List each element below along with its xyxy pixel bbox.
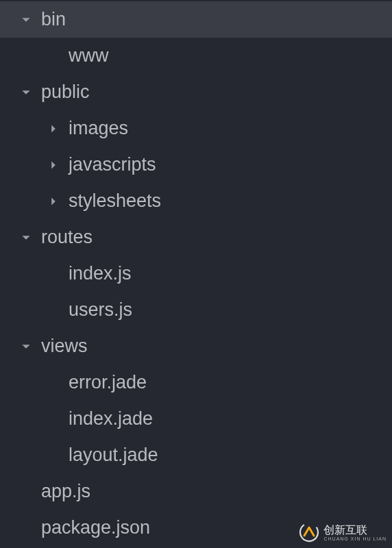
- tree-item-label: app.js: [41, 481, 90, 502]
- tree-item-users-js[interactable]: users.js: [0, 292, 392, 328]
- svg-point-0: [299, 522, 319, 543]
- file-tree: binwwwpublicimagesjavascriptsstylesheets…: [0, 0, 392, 546]
- tree-item-javascripts[interactable]: javascripts: [0, 147, 392, 183]
- tree-item-label: images: [69, 118, 128, 139]
- tree-item-label: public: [41, 82, 90, 103]
- tree-item-bin[interactable]: bin: [0, 1, 392, 38]
- watermark-text: 创新互联: [323, 524, 367, 536]
- tree-item-app-js[interactable]: app.js: [0, 473, 392, 510]
- tree-item-label: bin: [41, 9, 66, 30]
- tree-item-images[interactable]: images: [0, 110, 392, 147]
- watermark: 创新互联 CHUANG XIN HU LIAN: [299, 522, 387, 543]
- tree-item-label: javascripts: [69, 154, 156, 175]
- watermark-logo-icon: [299, 522, 319, 543]
- chevron-right-icon[interactable]: [47, 197, 60, 206]
- tree-item-stylesheets[interactable]: stylesheets: [0, 183, 392, 219]
- tree-item-label: index.js: [69, 263, 132, 284]
- tree-item-error-jade[interactable]: error.jade: [0, 364, 392, 401]
- tree-item-label: stylesheets: [69, 190, 161, 212]
- tree-item-views[interactable]: views: [0, 328, 392, 364]
- tree-item-label: www: [69, 45, 109, 66]
- tree-item-label: index.jade: [69, 408, 153, 429]
- chevron-down-icon[interactable]: [19, 342, 33, 351]
- tree-item-label: layout.jade: [69, 445, 158, 466]
- tree-item-label: package.json: [41, 517, 150, 538]
- tree-item-index-js[interactable]: index.js: [0, 256, 392, 292]
- tree-item-www[interactable]: www: [0, 38, 392, 74]
- chevron-right-icon[interactable]: [47, 160, 60, 170]
- tree-item-label: routes: [41, 227, 93, 248]
- tree-item-routes[interactable]: routes: [0, 219, 392, 256]
- chevron-down-icon[interactable]: [19, 15, 33, 25]
- tree-item-label: views: [41, 336, 88, 357]
- tree-item-layout-jade[interactable]: layout.jade: [0, 437, 392, 473]
- tree-item-index-jade[interactable]: index.jade: [0, 401, 392, 437]
- tree-item-label: users.js: [69, 299, 132, 321]
- tree-item-label: error.jade: [69, 372, 147, 393]
- tree-item-public[interactable]: public: [0, 74, 392, 110]
- watermark-subtext: CHUANG XIN HU LIAN: [323, 536, 387, 541]
- chevron-down-icon[interactable]: [19, 233, 33, 242]
- chevron-down-icon[interactable]: [19, 88, 33, 97]
- chevron-right-icon[interactable]: [47, 124, 60, 134]
